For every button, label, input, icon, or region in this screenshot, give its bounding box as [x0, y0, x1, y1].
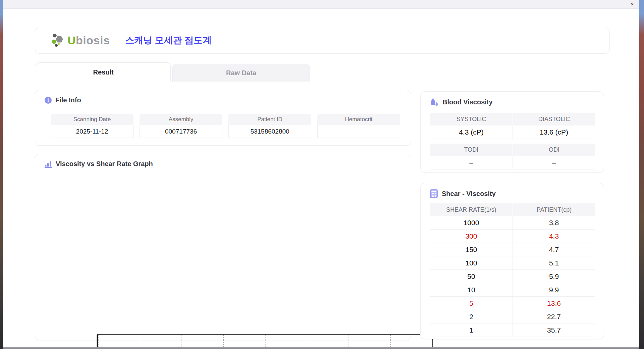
patient-value-cell: 35.7	[513, 323, 595, 337]
shear-rate-cell: 2	[430, 310, 513, 323]
value-cell: –	[430, 156, 513, 169]
shear-rate-cell: 1	[430, 323, 513, 337]
shear-viscosity-table: SHEAR RATE(1/s) PATIENT(cp) 10003.83004.…	[430, 203, 595, 337]
blood-viscosity-group: SYSTOLICDIASTOLIC4.3 (cP)13.6 (cP)	[430, 113, 595, 139]
logo: Ubiosis	[51, 33, 110, 48]
shear-rate-cell: 5	[430, 297, 513, 310]
blood-viscosity-header-row: TODIODI	[430, 144, 595, 156]
patient-value-cell: 4.7	[513, 243, 595, 256]
patient-value-cell: 3.8	[513, 216, 595, 230]
patient-value-cell: 13.6	[513, 297, 595, 310]
table-row: 513.6	[430, 297, 595, 310]
bar-chart-icon	[45, 160, 52, 168]
viscosity-chart: 102030401251050100150300100035.722.713.6…	[83, 328, 445, 349]
blood-drops-icon	[430, 98, 439, 106]
table-row: 135.7	[430, 323, 595, 337]
table-row: 1504.7	[430, 243, 595, 256]
shear-rate-column-header: SHEAR RATE(1/s)	[430, 203, 513, 216]
graph-card: Viscosity vs Shear Rate Graph 1020304012…	[35, 154, 411, 340]
field-value: 53158602800	[228, 125, 311, 138]
page-title: 스캐닝 모세관 점도계	[125, 34, 212, 46]
shear-viscosity-title: Shear - Viscosity	[442, 190, 496, 198]
shear-table-body: 10003.83004.31504.71005.1505.9109.9513.6…	[430, 216, 595, 337]
file-info-field: Hematocrit	[317, 114, 400, 138]
header-cell: DIASTOLIC	[513, 113, 595, 126]
value-cell: –	[513, 156, 595, 169]
logo-text: Ubiosis	[67, 34, 110, 47]
field-value: 2025-11-12	[51, 125, 133, 138]
field-value: 000717736	[140, 125, 222, 138]
patient-column-header: PATIENT(cp)	[513, 203, 595, 216]
field-label: Assembly	[140, 114, 222, 125]
header-cell: TODI	[430, 144, 513, 156]
logo-letter-u: U	[67, 34, 76, 47]
blood-viscosity-card: Blood Viscosity SYSTOLICDIASTOLIC4.3 (cP…	[420, 91, 604, 173]
shear-rate-cell: 300	[430, 230, 513, 243]
logo-letters-biosis: biosis	[76, 34, 110, 47]
table-row: 505.9	[430, 270, 595, 283]
shear-rate-cell: 10	[430, 283, 513, 297]
field-value	[317, 125, 400, 138]
file-info-card: i File Info Scanning Date2025-11-12Assem…	[35, 90, 411, 146]
table-row: 10003.8	[430, 216, 595, 230]
field-label: Patient ID	[228, 114, 311, 125]
file-info-grid: Scanning Date2025-11-12Assembly000717736…	[51, 114, 400, 138]
info-icon: i	[45, 97, 52, 104]
calculator-icon	[430, 189, 438, 198]
shear-rate-cell: 50	[430, 270, 513, 283]
blood-viscosity-header-row: SYSTOLICDIASTOLIC	[430, 113, 595, 126]
ubiosis-logo-icon	[51, 33, 65, 48]
patient-value-cell: 5.1	[513, 256, 595, 270]
shear-rate-cell: 150	[430, 243, 513, 256]
viscosity-chart-wrap: 102030401251050100150300100035.722.713.6…	[83, 328, 445, 349]
screen: × Ubiosis 스캐닝 모세관 점도계 Result Raw Data	[0, 0, 644, 349]
tab-result[interactable]: Result	[36, 62, 171, 82]
patient-value-cell: 22.7	[513, 310, 595, 323]
patient-value-cell: 4.3	[513, 230, 595, 243]
file-info-title: File Info	[55, 96, 81, 104]
blood-viscosity-table: SYSTOLICDIASTOLIC4.3 (cP)13.6 (cP)TODIOD…	[430, 113, 595, 169]
field-label: Scanning Date	[51, 114, 133, 125]
file-info-field: Patient ID53158602800	[228, 114, 311, 138]
file-info-field: Scanning Date2025-11-12	[51, 114, 133, 138]
table-row: 109.9	[430, 283, 595, 297]
blood-viscosity-group: TODIODI––	[430, 144, 595, 169]
table-row: 1005.1	[430, 256, 595, 270]
graph-title: Viscosity vs Shear Rate Graph	[56, 160, 153, 168]
blood-viscosity-value-row: ––	[430, 156, 595, 169]
value-cell: 4.3 (cP)	[430, 126, 513, 139]
patient-value-cell: 9.9	[513, 283, 595, 297]
header-cell: ODI	[513, 144, 595, 156]
tab-raw-data[interactable]: Raw Data	[172, 64, 310, 82]
header-cell: SYSTOLIC	[430, 113, 513, 126]
window-bottom-edge	[3, 347, 639, 349]
table-row: 3004.3	[430, 230, 595, 243]
table-row: 222.7	[430, 310, 595, 323]
blood-viscosity-title: Blood Viscosity	[442, 98, 493, 106]
close-icon[interactable]: ×	[629, 1, 636, 8]
header-card: Ubiosis 스캐닝 모세관 점도계	[35, 27, 610, 54]
shear-table-header: SHEAR RATE(1/s) PATIENT(cp)	[430, 203, 595, 216]
file-info-field: Assembly000717736	[140, 114, 222, 138]
shear-viscosity-card: Shear - Viscosity SHEAR RATE(1/s) PATIEN…	[420, 183, 604, 339]
blood-viscosity-value-row: 4.3 (cP)13.6 (cP)	[430, 126, 595, 139]
app-window: × Ubiosis 스캐닝 모세관 점도계 Result Raw Data	[3, 0, 639, 349]
shear-rate-cell: 1000	[430, 216, 513, 230]
window-titlebar: ×	[3, 0, 639, 9]
value-cell: 13.6 (cP)	[513, 126, 595, 139]
field-label: Hematocrit	[317, 114, 400, 125]
shear-rate-cell: 100	[430, 256, 513, 270]
patient-value-cell: 5.9	[513, 270, 595, 283]
